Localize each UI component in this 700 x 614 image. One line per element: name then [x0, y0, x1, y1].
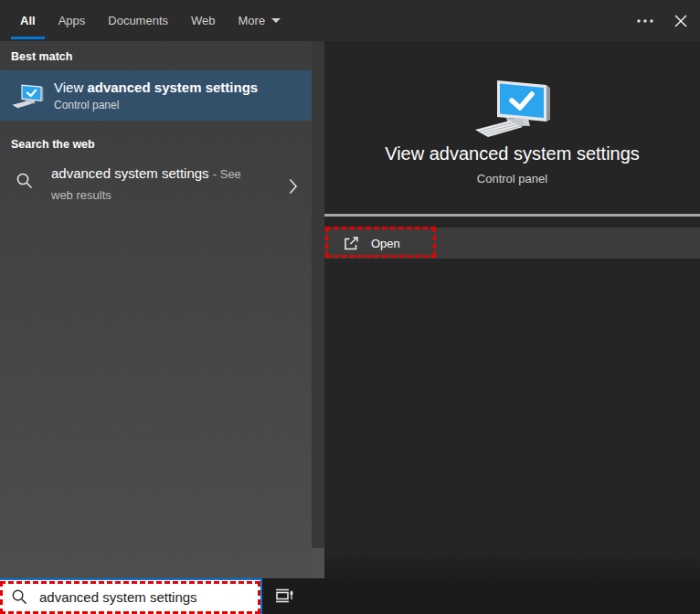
- search-icon: [11, 588, 28, 606]
- best-match-title-prefix: View: [54, 79, 87, 95]
- open-button-label: Open: [371, 237, 400, 250]
- best-match-result[interactable]: View advanced system settings Control pa…: [0, 70, 312, 121]
- chevron-down-icon: [271, 18, 281, 23]
- taskbar: advanced system settings: [0, 578, 700, 614]
- preview-divider: [324, 214, 700, 217]
- scrollbar-thumb[interactable]: [312, 548, 324, 578]
- tab-all-label: All: [20, 14, 36, 27]
- tab-more-label: More: [239, 14, 266, 27]
- search-the-web-header: Search the web: [11, 138, 95, 151]
- ellipsis-icon: [635, 18, 655, 24]
- tab-documents-label: Documents: [108, 14, 168, 27]
- search-results-panel: Best match View advanced system settings…: [0, 41, 312, 578]
- search-icon: [16, 172, 34, 190]
- best-match-title-emphasis: advanced system settings: [87, 79, 258, 95]
- more-options-button[interactable]: [635, 0, 655, 41]
- preview-panel: View advanced system settings Control pa…: [324, 41, 700, 578]
- chevron-right-icon[interactable]: [289, 178, 298, 195]
- best-match-text: View advanced system settings Control pa…: [54, 79, 258, 111]
- scrollbar-track[interactable]: [312, 41, 324, 578]
- tab-apps[interactable]: Apps: [58, 0, 86, 41]
- tab-documents[interactable]: Documents: [108, 0, 168, 41]
- open-external-icon: [344, 236, 359, 251]
- web-suggestion-query: advanced system settings: [51, 165, 209, 181]
- preview-subtitle: Control panel: [324, 172, 700, 185]
- taskbar-search-input[interactable]: advanced system settings: [0, 580, 260, 614]
- best-match-header: Best match: [11, 50, 72, 63]
- task-view-icon[interactable]: [273, 586, 293, 606]
- tab-more[interactable]: More: [239, 0, 281, 41]
- search-filter-tabbar: All Apps Documents Web More: [0, 0, 700, 41]
- tab-all[interactable]: All: [20, 0, 36, 41]
- best-match-title: View advanced system settings: [54, 79, 258, 95]
- close-icon: [673, 14, 688, 28]
- control-panel-computer-icon: [10, 82, 45, 109]
- web-suggestion-text: advanced system settings - See web resul…: [51, 164, 263, 206]
- web-suggestion-result[interactable]: advanced system settings - See web resul…: [0, 161, 312, 214]
- tab-apps-label: Apps: [58, 14, 86, 27]
- close-button[interactable]: [673, 0, 688, 41]
- taskbar-search-box[interactable]: advanced system settings: [0, 578, 262, 614]
- best-match-subtitle: Control panel: [54, 99, 258, 111]
- tab-web[interactable]: Web: [191, 0, 216, 41]
- open-button[interactable]: Open: [324, 228, 700, 259]
- preview-title: View advanced system settings: [324, 143, 700, 164]
- control-panel-computer-icon-large: [470, 75, 554, 139]
- search-input-value: advanced system settings: [39, 589, 197, 605]
- tab-web-label: Web: [191, 14, 216, 27]
